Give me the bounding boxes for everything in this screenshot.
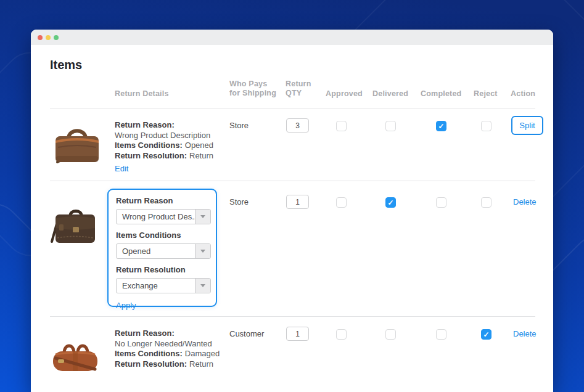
items-conditions-label: Items Conditions: bbox=[115, 141, 183, 150]
return-qty-input[interactable] bbox=[286, 195, 309, 209]
column-header-action: Action bbox=[511, 89, 535, 99]
chevron-down-icon bbox=[195, 279, 210, 293]
edit-panel: Return Reason Wrong Product Des... Items… bbox=[107, 189, 217, 307]
table-row: Return Reason: No Longer Needed/Wanted I… bbox=[31, 316, 553, 392]
return-qty-input[interactable] bbox=[286, 118, 309, 133]
return-resolution-value: Return bbox=[189, 151, 213, 160]
items-conditions-value: Damaged bbox=[185, 349, 220, 358]
approved-checkbox[interactable] bbox=[336, 121, 347, 131]
zoom-window-icon[interactable] bbox=[54, 35, 59, 40]
column-header-delivered: Delivered bbox=[372, 89, 408, 99]
reject-checkbox[interactable] bbox=[481, 121, 491, 131]
return-resolution-label: Return Resolution: bbox=[115, 151, 187, 160]
column-header-reject: Reject bbox=[474, 89, 498, 99]
shipping-payer-value: Store bbox=[229, 121, 249, 130]
return-reason-value: Wrong Product Description bbox=[115, 131, 232, 141]
completed-checkbox[interactable] bbox=[436, 121, 446, 131]
shipping-payer-value: Customer bbox=[229, 329, 264, 338]
return-resolution-value: Return bbox=[189, 359, 213, 369]
approved-checkbox[interactable] bbox=[336, 197, 347, 208]
column-header-return-details: Return Details bbox=[115, 89, 169, 99]
items-conditions-label: Items Conditions: bbox=[115, 349, 183, 358]
split-button[interactable]: Split bbox=[511, 116, 543, 135]
column-header-approved: Approved bbox=[326, 89, 363, 99]
delivered-checkbox[interactable] bbox=[385, 121, 396, 131]
chevron-down-icon bbox=[195, 244, 210, 258]
reject-checkbox[interactable] bbox=[481, 329, 491, 340]
minimize-window-icon[interactable] bbox=[46, 35, 51, 40]
return-resolution-label: Return Resolution bbox=[116, 265, 208, 275]
return-reason-label: Return Reason: bbox=[115, 329, 175, 338]
items-conditions-select[interactable]: Opened bbox=[116, 243, 211, 259]
chevron-down-icon bbox=[195, 210, 210, 224]
return-details: Return Reason: Wrong Product Description… bbox=[115, 120, 232, 174]
column-header-who-pays-for-shipping: Who Pays for Shipping bbox=[229, 80, 276, 98]
shipping-payer-value: Store bbox=[229, 197, 249, 206]
table-row: Return Reason Wrong Product Des... Items… bbox=[31, 181, 553, 316]
column-header-completed: Completed bbox=[421, 89, 461, 99]
app-window: Items Return Details Who Pays for Shippi… bbox=[31, 30, 553, 392]
completed-checkbox[interactable] bbox=[436, 329, 446, 340]
product-image-duffel-bag bbox=[51, 329, 100, 372]
completed-checkbox[interactable] bbox=[436, 197, 446, 208]
page-title: Items bbox=[50, 58, 82, 72]
return-reason-value: No Longer Needed/Wanted bbox=[115, 339, 238, 349]
approved-checkbox[interactable] bbox=[336, 329, 347, 340]
return-reason-label: Return Reason bbox=[116, 196, 208, 206]
return-qty-input[interactable] bbox=[286, 327, 309, 341]
return-details: Return Reason: No Longer Needed/Wanted I… bbox=[115, 329, 238, 369]
items-conditions-label: Items Conditions bbox=[116, 231, 208, 240]
items-conditions-value: Opened bbox=[185, 141, 213, 150]
delivered-checkbox[interactable] bbox=[385, 197, 396, 208]
reject-checkbox[interactable] bbox=[481, 197, 491, 208]
return-resolution-select[interactable]: Exchange bbox=[116, 278, 211, 293]
apply-link[interactable]: Apply bbox=[116, 301, 136, 310]
close-window-icon[interactable] bbox=[38, 35, 43, 40]
product-image-briefcase bbox=[52, 118, 102, 165]
return-resolution-label: Return Resolution: bbox=[115, 359, 187, 369]
product-image-dark-briefcase bbox=[49, 201, 101, 244]
return-reason-select[interactable]: Wrong Product Des... bbox=[116, 209, 211, 224]
table-row: Return Reason: Wrong Product Description… bbox=[31, 108, 553, 181]
page-background: Items Return Details Who Pays for Shippi… bbox=[0, 0, 584, 392]
column-header-return-qty: Return QTY bbox=[286, 80, 311, 98]
delivered-checkbox[interactable] bbox=[385, 329, 396, 340]
return-reason-label: Return Reason: bbox=[115, 120, 175, 129]
window-titlebar bbox=[31, 30, 553, 45]
delete-link[interactable]: Delete bbox=[513, 329, 537, 338]
edit-link[interactable]: Edit bbox=[115, 164, 128, 174]
delete-link[interactable]: Delete bbox=[513, 197, 537, 206]
